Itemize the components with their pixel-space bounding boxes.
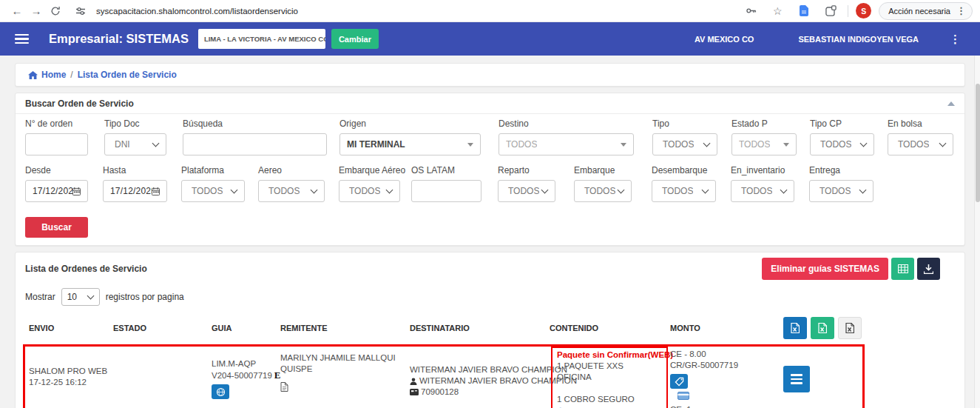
- hasta-date-input[interactable]: 17/12/2025: [103, 180, 167, 202]
- destino-select[interactable]: TODOS: [499, 133, 634, 155]
- payment-tag-badge[interactable]: [670, 374, 688, 389]
- table-grid-icon: [898, 264, 908, 273]
- breadcrumb-home-link[interactable]: Home: [28, 70, 66, 80]
- list-panel-title: Lista de Ordenes de Servicio: [25, 264, 147, 274]
- en-inventario-select[interactable]: TODOS: [731, 180, 794, 202]
- plataforma-select[interactable]: TODOS: [181, 180, 245, 202]
- field-numero-orden: N° de orden: [25, 118, 88, 155]
- buscar-button[interactable]: Buscar: [25, 217, 88, 238]
- branch-select[interactable]: LIMA - LA VICTORIA - AV MEXICO CO: [198, 29, 325, 49]
- tune-icon[interactable]: [71, 6, 90, 16]
- column-header-remitente[interactable]: REMITENTE: [277, 324, 406, 332]
- search-fields-row-1: N° de orden Tipo Doc DNI Búsqueda Origen: [25, 118, 955, 155]
- cell-contenido: Paquete sin Confirmar(WEB) 1 PAQUETE XXS…: [546, 347, 666, 408]
- user-name-label[interactable]: SEBASTIAN INDIGOYEN VEGA: [798, 35, 919, 44]
- busqueda-input[interactable]: [183, 133, 327, 155]
- extensions-icon[interactable]: [821, 5, 840, 16]
- tag-icon: [675, 377, 684, 387]
- origen-select[interactable]: MI TERMINAL: [339, 133, 481, 155]
- cell-destinatario: WITERMAN JAVIER BRAVO CHAMPION WITERMAN …: [406, 364, 546, 398]
- page-scrollbar[interactable]: [974, 56, 980, 408]
- embarque-aereo-select[interactable]: TODOS: [339, 180, 400, 202]
- globe-icon: [216, 387, 226, 397]
- entrega-select[interactable]: TODOS: [809, 180, 873, 202]
- docs-extension-icon[interactable]: [794, 5, 814, 16]
- forward-icon[interactable]: →: [27, 0, 46, 22]
- field-os-latam: OS LATAM: [411, 165, 481, 202]
- file-excel-icon: [791, 323, 800, 333]
- chevron-down-icon: [860, 139, 868, 147]
- field-desde: Desde 17/12/2025: [25, 165, 88, 202]
- column-header-destinatario[interactable]: DESTINATARIO: [406, 324, 546, 332]
- tipo-doc-select[interactable]: DNI: [104, 133, 166, 155]
- document-icon[interactable]: [280, 382, 406, 395]
- export-excel-plain-button[interactable]: [838, 317, 862, 339]
- page-size-select[interactable]: 10: [61, 288, 100, 306]
- tipo-select[interactable]: TODOS: [652, 133, 717, 155]
- column-header-envio[interactable]: ENVIO: [25, 324, 109, 332]
- tipo-cp-select[interactable]: TODOS: [810, 133, 874, 155]
- profile-avatar[interactable]: S: [856, 3, 871, 19]
- os-latam-input[interactable]: [411, 180, 481, 202]
- download-icon: [924, 264, 933, 274]
- browser-update-button[interactable]: Acción necesaria ⋮: [879, 2, 973, 20]
- eliminar-guias-button[interactable]: Eliminar guías SISTEMAS: [762, 258, 888, 280]
- page-size-prefix: Mostrar: [25, 292, 55, 302]
- browser-toolbar: ← → syscapacitacion.shalomcontrol.com/li…: [0, 0, 980, 22]
- hamburger-menu-icon[interactable]: [15, 34, 29, 44]
- collapse-chevron-icon[interactable]: [947, 101, 955, 106]
- chevron-down-icon: [311, 186, 318, 193]
- column-header-estado[interactable]: ESTADO: [109, 324, 208, 332]
- embarque-select[interactable]: TODOS: [574, 180, 632, 202]
- cell-guia: LIM.M-AQP V204-50007719E: [208, 358, 277, 400]
- download-button[interactable]: [917, 258, 940, 280]
- table-columns-button[interactable]: [891, 258, 914, 280]
- chevron-down-icon: [152, 139, 160, 147]
- url-text: syscapacitacion.shalomcontrol.com/listao…: [96, 7, 298, 16]
- column-header-contenido[interactable]: CONTENIDO: [546, 324, 666, 332]
- aereo-select[interactable]: TODOS: [258, 180, 325, 202]
- toolbar-divider: [848, 5, 848, 17]
- field-desembarque: Desembarque TODOS: [652, 165, 716, 202]
- numero-orden-input[interactable]: [25, 133, 88, 155]
- breadcrumb-current: Lista Orden de Servicio: [78, 70, 177, 80]
- reparto-select[interactable]: TODOS: [498, 180, 555, 202]
- desembarque-select[interactable]: TODOS: [652, 180, 716, 202]
- search-fields-row-2: Desde 17/12/2025 Hasta 17/12/2025 Plataf…: [25, 165, 955, 202]
- field-hasta: Hasta 17/12/2025: [103, 165, 167, 202]
- app-title: Empresarial: SISTEMAS: [49, 32, 189, 46]
- desde-date-input[interactable]: 17/12/2025: [25, 180, 88, 202]
- chevron-down-icon: [859, 186, 867, 193]
- calendar-icon: [72, 187, 81, 195]
- field-origen: Origen MI TERMINAL: [339, 118, 481, 155]
- browser-menu-icon[interactable]: ⋮: [956, 5, 966, 16]
- column-header-guia[interactable]: GUIA: [208, 324, 277, 332]
- field-reparto: Reparto TODOS: [498, 165, 555, 202]
- export-excel-green-button[interactable]: [811, 317, 834, 339]
- chevron-down-icon: [621, 143, 626, 147]
- estado-p-select[interactable]: TODOS: [731, 133, 797, 155]
- agency-label[interactable]: AV MEXICO CO: [695, 35, 754, 44]
- chevron-down-icon: [541, 186, 549, 193]
- web-guide-badge[interactable]: [212, 384, 229, 399]
- address-bar[interactable]: syscapacitacion.shalomcontrol.com/listao…: [71, 6, 741, 16]
- branch-select-value: LIMA - LA VICTORIA - AV MEXICO CO: [204, 35, 325, 43]
- app-header: Empresarial: SISTEMAS LIMA - LA VICTORIA…: [0, 22, 980, 56]
- back-icon[interactable]: ←: [7, 0, 27, 22]
- cambiar-button[interactable]: Cambiar: [331, 29, 379, 49]
- export-excel-blue-button[interactable]: [783, 317, 807, 339]
- scrollbar-thumb[interactable]: [976, 84, 980, 202]
- chevron-down-icon: [467, 143, 473, 147]
- field-destino: Destino TODOS: [499, 118, 634, 155]
- more-vertical-icon[interactable]: ⋮: [950, 33, 961, 46]
- field-plataforma: Plataforma TODOS: [181, 165, 245, 202]
- chevron-down-icon: [386, 186, 393, 193]
- column-header-monto[interactable]: MONTO: [666, 324, 772, 332]
- breadcrumb-separator: /: [70, 70, 72, 80]
- bookmark-star-icon[interactable]: ☆: [768, 0, 787, 22]
- row-actions-menu-button[interactable]: [783, 366, 810, 392]
- en-bolsa-select[interactable]: TODOS: [888, 133, 953, 155]
- chevron-down-icon: [231, 186, 238, 193]
- reload-icon[interactable]: [46, 6, 65, 16]
- key-icon[interactable]: [741, 5, 760, 16]
